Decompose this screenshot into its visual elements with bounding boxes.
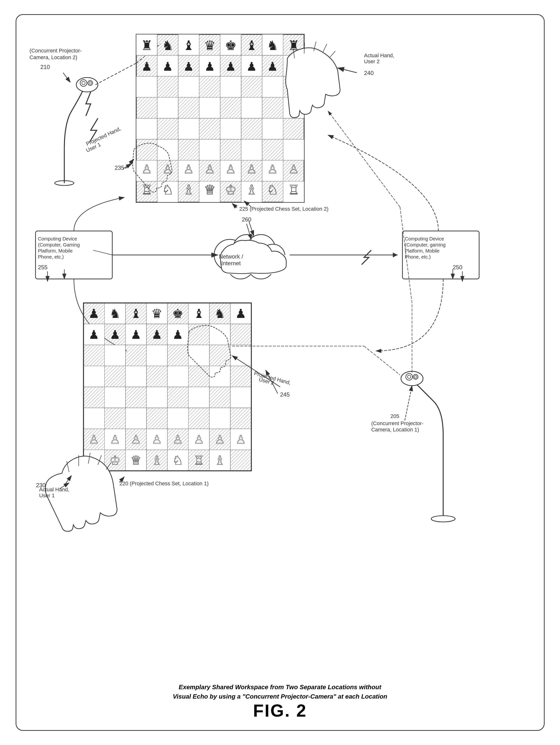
svg-text:Phone, etc.): Phone, etc.) (405, 254, 431, 259)
svg-rect-152 (230, 345, 251, 366)
svg-rect-149 (167, 345, 188, 366)
svg-text:User 2: User 2 (258, 376, 274, 386)
svg-text:Camera, Location 1): Camera, Location 1) (371, 427, 419, 433)
svg-text:(Concurrent Projector-: (Concurrent Projector- (371, 420, 423, 426)
svg-text:220 (Projected Chess Set, Loca: 220 (Projected Chess Set, Location 1) (119, 481, 208, 486)
svg-rect-56 (262, 139, 283, 160)
svg-rect-182 (188, 429, 209, 450)
svg-text:250: 250 (453, 264, 462, 270)
svg-text:Platform, Mobile: Platform, Mobile (38, 248, 72, 254)
svg-text:♖: ♖ (288, 182, 299, 197)
svg-rect-180 (146, 429, 167, 450)
svg-rect-63 (241, 160, 262, 181)
svg-rect-32 (262, 76, 283, 97)
svg-rect-53 (199, 139, 220, 160)
svg-text:♙: ♙ (214, 433, 225, 446)
svg-rect-26 (136, 76, 157, 97)
svg-line-228 (364, 346, 400, 375)
svg-rect-35 (157, 97, 178, 118)
svg-rect-24 (262, 55, 283, 76)
svg-text:235: 235 (114, 164, 124, 171)
svg-point-117 (246, 235, 275, 264)
svg-text:Platform, Mobile: Platform, Mobile (405, 248, 439, 254)
svg-line-107 (314, 42, 316, 51)
svg-rect-15 (241, 34, 262, 55)
svg-text:♞: ♞ (214, 306, 225, 321)
svg-point-2 (76, 77, 98, 92)
svg-text:245: 245 (280, 391, 290, 398)
svg-rect-31 (241, 76, 262, 97)
svg-rect-70 (220, 181, 241, 202)
svg-line-7 (95, 63, 136, 85)
svg-rect-72 (262, 181, 283, 202)
svg-text:♙: ♙ (193, 433, 204, 446)
svg-text:♘: ♘ (162, 182, 174, 197)
svg-rect-191 (209, 450, 230, 471)
svg-text:Internet: Internet (221, 260, 240, 266)
svg-rect-65 (283, 160, 304, 181)
svg-rect-140 (146, 324, 167, 345)
svg-text:255: 255 (38, 264, 47, 270)
svg-text:♗: ♗ (246, 182, 258, 197)
svg-rect-50 (136, 139, 157, 160)
svg-rect-189 (167, 450, 188, 471)
svg-rect-129 (84, 303, 104, 324)
svg-rect-133 (167, 303, 188, 324)
svg-rect-148 (146, 345, 167, 366)
svg-point-118 (261, 244, 285, 268)
svg-rect-21 (199, 55, 220, 76)
svg-rect-142 (188, 324, 209, 345)
svg-rect-47 (241, 118, 262, 139)
svg-text:Actual Hand,: Actual Hand, (39, 486, 69, 492)
svg-text:(Computer, gaming: (Computer, gaming (405, 242, 446, 248)
svg-rect-9 (136, 34, 304, 202)
svg-rect-52 (178, 139, 199, 160)
svg-rect-171 (125, 408, 146, 429)
svg-text:♟: ♟ (130, 328, 141, 342)
svg-rect-144 (230, 324, 251, 345)
svg-text:♟: ♟ (152, 328, 162, 342)
svg-rect-161 (84, 387, 104, 408)
svg-rect-166 (188, 387, 209, 408)
svg-text:♕: ♕ (204, 182, 216, 197)
svg-point-234 (413, 375, 418, 379)
svg-rect-23 (241, 55, 262, 76)
svg-rect-55 (241, 139, 262, 160)
svg-line-238 (400, 207, 412, 303)
svg-text:♟: ♟ (109, 328, 120, 342)
svg-rect-135 (209, 303, 230, 324)
svg-line-284 (405, 386, 412, 421)
svg-rect-29 (199, 76, 220, 97)
svg-point-120 (227, 253, 254, 279)
svg-rect-39 (241, 97, 262, 118)
svg-line-280 (266, 370, 278, 394)
svg-point-235 (414, 376, 417, 378)
svg-text:(Concurrent Projector-: (Concurrent Projector- (29, 47, 81, 54)
svg-rect-121 (221, 255, 290, 274)
svg-rect-114 (402, 231, 479, 279)
svg-text:♟: ♟ (88, 306, 100, 321)
svg-rect-193 (84, 303, 251, 471)
svg-text:♞: ♞ (109, 306, 121, 321)
svg-text:♗: ♗ (214, 453, 225, 467)
svg-text:♖: ♖ (193, 453, 204, 467)
svg-rect-183 (209, 429, 230, 450)
svg-rect-146 (104, 345, 125, 366)
svg-rect-147 (125, 345, 146, 366)
svg-rect-20 (178, 55, 199, 76)
svg-rect-156 (146, 366, 167, 387)
svg-text:Phone, etc.): Phone, etc.) (38, 254, 64, 259)
svg-rect-54 (220, 139, 241, 160)
svg-text:♙: ♙ (267, 163, 278, 176)
svg-rect-58 (136, 160, 157, 181)
svg-rect-41 (283, 97, 304, 118)
svg-rect-59 (157, 160, 178, 181)
svg-rect-143 (209, 324, 230, 345)
svg-text:User 1: User 1 (39, 492, 55, 498)
svg-rect-162 (104, 387, 125, 408)
svg-text:♟: ♟ (89, 328, 99, 342)
page: ♜ ♞ ♝ ♛ ♚ ♝ ♞ ♜ ♟ ♟ ♟ ♟ ♟ ♟ ♟ ♙ ♙ ♙ ♙ ♙ … (15, 14, 545, 731)
svg-rect-42 (136, 118, 157, 139)
svg-rect-37 (199, 97, 220, 118)
svg-rect-43 (157, 118, 178, 139)
